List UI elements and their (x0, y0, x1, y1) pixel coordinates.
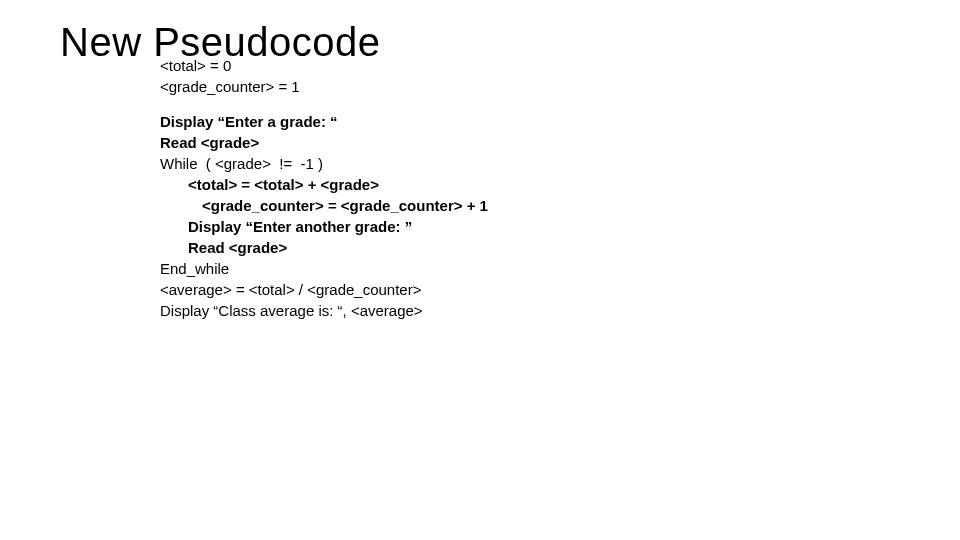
code-line: <grade_counter> = 1 (160, 76, 900, 97)
code-line: End_while (160, 258, 900, 279)
code-line: <grade_counter> = <grade_counter> + 1 (160, 195, 900, 216)
pseudocode-block: <total> = 0 <grade_counter> = 1 Display … (160, 55, 900, 321)
blank-line (160, 97, 900, 111)
code-line: Display “Class average is: “, <average> (160, 300, 900, 321)
code-line: Display “Enter a grade: “ (160, 111, 900, 132)
code-line: Display “Enter another grade: ” (160, 216, 900, 237)
code-line: While ( <grade> != -1 ) (160, 153, 900, 174)
slide-container: New Pseudocode <total> = 0 <grade_counte… (0, 0, 960, 341)
code-line: Read <grade> (160, 237, 900, 258)
code-line: Read <grade> (160, 132, 900, 153)
code-line: <average> = <total> / <grade_counter> (160, 279, 900, 300)
code-line: <total> = <total> + <grade> (160, 174, 900, 195)
